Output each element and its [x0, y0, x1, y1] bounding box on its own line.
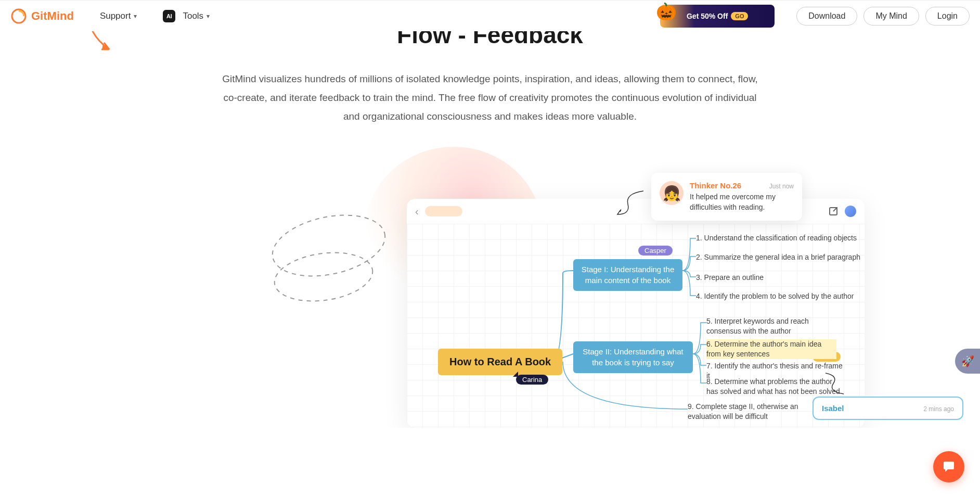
mindmap-canvas[interactable]: How to Read A Book Casper Stage I: Under…: [407, 224, 865, 428]
mindmap-leaf[interactable]: 5. Interpret keywords and reach consensu…: [706, 316, 842, 336]
promo-go: GO: [731, 12, 748, 20]
comment-card-2: Isabel 2 mins ago: [813, 397, 963, 420]
logo[interactable]: GitMind: [10, 8, 74, 24]
comment-time: Just now: [769, 183, 794, 190]
main-content: Flow - Feedback GitMind visualizes hundr…: [204, 0, 776, 428]
collaborator-tag-carina: Carina: [516, 375, 548, 385]
promo-text: Get 50% Off: [687, 12, 728, 20]
ai-badge: AI: [163, 10, 175, 22]
page-description: GitMind visualizes hundreds of millions …: [204, 70, 776, 126]
mindmap-leaf[interactable]: 6. Determine the author's main idea from…: [706, 339, 836, 359]
login-button[interactable]: Login: [925, 7, 970, 25]
mindmap-leaf[interactable]: 1. Understand the classification of read…: [696, 233, 857, 243]
back-icon[interactable]: ‹: [415, 206, 419, 218]
logo-icon: [10, 8, 27, 24]
editor-card: ‹: [407, 199, 865, 428]
header: GitMind Support ▾ AI Tools ▾ Get 50% Off…: [0, 0, 980, 31]
avatar: 👧: [660, 181, 684, 205]
user-avatar[interactable]: [845, 206, 856, 217]
share-icon[interactable]: [828, 206, 839, 216]
chevron-down-icon: ▾: [134, 12, 137, 20]
logo-text: GitMind: [31, 9, 74, 23]
comment-author: Thinker No.26: [690, 181, 741, 190]
curly-line-1: [615, 188, 651, 220]
scribble-decoration: [266, 199, 412, 313]
mymind-button[interactable]: My Mind: [863, 7, 919, 25]
mindmap-leaf[interactable]: 2. Summarize the general idea in a brief…: [696, 252, 860, 262]
nav-support-label: Support: [100, 11, 131, 21]
mindmap-node-stage1[interactable]: Stage I: Understanding the main content …: [573, 259, 682, 291]
chevron-down-icon: ▾: [207, 12, 210, 20]
illustration-area: 👧 Thinker No.26 Just now It helped me ov…: [204, 157, 776, 428]
mindmap-root-node[interactable]: How to Read A Book: [438, 349, 562, 375]
curly-line-2: [823, 371, 849, 397]
nav-tools-label: Tools: [183, 11, 203, 21]
promo-banner[interactable]: Get 50% Off GO: [660, 5, 775, 28]
download-button[interactable]: Download: [796, 7, 857, 25]
mindmap-node-stage2[interactable]: Stage II: Understanding what the book is…: [573, 341, 693, 373]
mindmap-leaf[interactable]: 8. Determine what problems the author ha…: [706, 377, 842, 397]
nav-support[interactable]: Support ▾: [100, 11, 137, 21]
mindmap-leaf[interactable]: 9. Complete stage II, otherwise an evalu…: [688, 402, 802, 422]
mindmap-leaf[interactable]: 3. Prepare an outline: [696, 273, 764, 283]
rocket-button[interactable]: 🚀: [955, 349, 980, 374]
doc-title-placeholder[interactable]: [425, 206, 462, 216]
svg-point-3: [272, 247, 376, 307]
comment-text: It helped me overcome my difficulties wi…: [690, 192, 794, 212]
nav-tools[interactable]: AI Tools ▾: [163, 10, 210, 22]
mindmap-leaf[interactable]: 4. Identify the problem to be solved by …: [696, 291, 854, 301]
comment-card-1: 👧 Thinker No.26 Just now It helped me ov…: [651, 173, 802, 221]
collaborator-tag-casper: Casper: [638, 246, 673, 256]
comment-time: 2 mins ago: [923, 405, 954, 413]
comment-author: Isabel: [822, 404, 844, 413]
